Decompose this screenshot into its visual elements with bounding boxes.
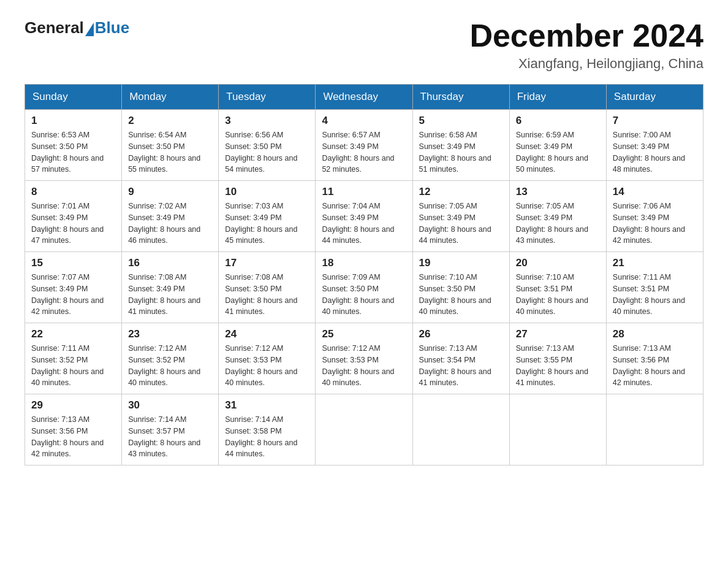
- day-info: Sunrise: 7:14 AM Sunset: 3:57 PM Dayligh…: [128, 414, 212, 460]
- calendar-day-cell: 13 Sunrise: 7:05 AM Sunset: 3:49 PM Dayl…: [509, 181, 606, 252]
- day-number: 4: [322, 115, 406, 127]
- calendar-day-cell: 24 Sunrise: 7:12 AM Sunset: 3:53 PM Dayl…: [219, 323, 316, 394]
- calendar-table: Sunday Monday Tuesday Wednesday Thursday…: [25, 84, 703, 465]
- calendar-day-cell: 1 Sunrise: 6:53 AM Sunset: 3:50 PM Dayli…: [25, 110, 122, 181]
- calendar-day-cell: 5 Sunrise: 6:58 AM Sunset: 3:49 PM Dayli…: [412, 110, 509, 181]
- day-info: Sunrise: 7:08 AM Sunset: 3:50 PM Dayligh…: [225, 272, 309, 318]
- day-number: 2: [128, 115, 212, 127]
- day-info: Sunrise: 6:57 AM Sunset: 3:49 PM Dayligh…: [322, 129, 406, 175]
- day-info: Sunrise: 7:00 AM Sunset: 3:49 PM Dayligh…: [613, 129, 697, 175]
- day-info: Sunrise: 7:07 AM Sunset: 3:49 PM Dayligh…: [31, 272, 115, 318]
- day-number: 31: [225, 399, 309, 412]
- calendar-day-cell: 7 Sunrise: 7:00 AM Sunset: 3:49 PM Dayli…: [606, 110, 703, 181]
- header-monday: Monday: [122, 85, 219, 110]
- calendar-day-cell: 14 Sunrise: 7:06 AM Sunset: 3:49 PM Dayl…: [606, 181, 703, 252]
- calendar-day-cell: 27 Sunrise: 7:13 AM Sunset: 3:55 PM Dayl…: [509, 323, 606, 394]
- day-number: 8: [31, 186, 115, 198]
- day-info: Sunrise: 7:08 AM Sunset: 3:49 PM Dayligh…: [128, 272, 212, 318]
- calendar-day-cell: 30 Sunrise: 7:14 AM Sunset: 3:57 PM Dayl…: [122, 394, 219, 465]
- calendar-day-cell: 16 Sunrise: 7:08 AM Sunset: 3:49 PM Dayl…: [122, 252, 219, 323]
- day-number: 29: [31, 399, 115, 412]
- day-info: Sunrise: 6:58 AM Sunset: 3:49 PM Dayligh…: [419, 129, 503, 175]
- calendar-day-cell: 3 Sunrise: 6:56 AM Sunset: 3:50 PM Dayli…: [219, 110, 316, 181]
- header-thursday: Thursday: [412, 85, 509, 110]
- day-number: 12: [419, 186, 503, 198]
- calendar-day-cell: 15 Sunrise: 7:07 AM Sunset: 3:49 PM Dayl…: [25, 252, 122, 323]
- day-number: 3: [225, 115, 309, 127]
- header-sunday: Sunday: [25, 85, 122, 110]
- calendar-day-cell: [412, 394, 509, 465]
- calendar-day-cell: 10 Sunrise: 7:03 AM Sunset: 3:49 PM Dayl…: [219, 181, 316, 252]
- location-subtitle: Xiangfang, Heilongjiang, China: [469, 56, 703, 72]
- calendar-day-cell: 11 Sunrise: 7:04 AM Sunset: 3:49 PM Dayl…: [316, 181, 412, 252]
- calendar-day-cell: 21 Sunrise: 7:11 AM Sunset: 3:51 PM Dayl…: [606, 252, 703, 323]
- calendar-day-cell: 12 Sunrise: 7:05 AM Sunset: 3:49 PM Dayl…: [412, 181, 509, 252]
- day-number: 7: [613, 115, 697, 127]
- calendar-day-cell: 4 Sunrise: 6:57 AM Sunset: 3:49 PM Dayli…: [316, 110, 412, 181]
- calendar-day-cell: 20 Sunrise: 7:10 AM Sunset: 3:51 PM Dayl…: [509, 252, 606, 323]
- logo-blue-text: Blue: [95, 18, 129, 37]
- logo: General Blue: [25, 18, 129, 37]
- day-number: 21: [613, 257, 697, 269]
- day-number: 25: [322, 328, 406, 340]
- day-info: Sunrise: 7:10 AM Sunset: 3:50 PM Dayligh…: [419, 272, 503, 318]
- title-area: December 2024 Xiangfang, Heilongjiang, C…: [469, 18, 703, 72]
- day-number: 26: [419, 328, 503, 340]
- day-info: Sunrise: 7:13 AM Sunset: 3:55 PM Dayligh…: [516, 343, 600, 389]
- day-info: Sunrise: 7:11 AM Sunset: 3:51 PM Dayligh…: [613, 272, 697, 318]
- day-info: Sunrise: 7:05 AM Sunset: 3:49 PM Dayligh…: [419, 201, 503, 247]
- calendar-day-cell: 19 Sunrise: 7:10 AM Sunset: 3:50 PM Dayl…: [412, 252, 509, 323]
- header-tuesday: Tuesday: [219, 85, 316, 110]
- calendar-day-cell: 22 Sunrise: 7:11 AM Sunset: 3:52 PM Dayl…: [25, 323, 122, 394]
- page-header: General Blue December 2024 Xiangfang, He…: [25, 18, 703, 72]
- day-info: Sunrise: 7:05 AM Sunset: 3:49 PM Dayligh…: [516, 201, 600, 247]
- calendar-week-row: 8 Sunrise: 7:01 AM Sunset: 3:49 PM Dayli…: [25, 181, 703, 252]
- day-number: 5: [419, 115, 503, 127]
- day-info: Sunrise: 7:12 AM Sunset: 3:53 PM Dayligh…: [322, 343, 406, 389]
- day-info: Sunrise: 6:56 AM Sunset: 3:50 PM Dayligh…: [225, 129, 309, 175]
- calendar-day-cell: [316, 394, 412, 465]
- day-number: 14: [613, 186, 697, 198]
- day-number: 24: [225, 328, 309, 340]
- calendar-day-cell: 17 Sunrise: 7:08 AM Sunset: 3:50 PM Dayl…: [219, 252, 316, 323]
- day-number: 22: [31, 328, 115, 340]
- calendar-day-cell: 29 Sunrise: 7:13 AM Sunset: 3:56 PM Dayl…: [25, 394, 122, 465]
- calendar-day-cell: 28 Sunrise: 7:13 AM Sunset: 3:56 PM Dayl…: [606, 323, 703, 394]
- calendar-day-cell: 25 Sunrise: 7:12 AM Sunset: 3:53 PM Dayl…: [316, 323, 412, 394]
- calendar-day-cell: 18 Sunrise: 7:09 AM Sunset: 3:50 PM Dayl…: [316, 252, 412, 323]
- header-friday: Friday: [509, 85, 606, 110]
- day-number: 23: [128, 328, 212, 340]
- day-info: Sunrise: 6:59 AM Sunset: 3:49 PM Dayligh…: [516, 129, 600, 175]
- calendar-day-cell: 2 Sunrise: 6:54 AM Sunset: 3:50 PM Dayli…: [122, 110, 219, 181]
- day-info: Sunrise: 7:13 AM Sunset: 3:56 PM Dayligh…: [31, 414, 115, 460]
- header-saturday: Saturday: [606, 85, 703, 110]
- day-info: Sunrise: 7:14 AM Sunset: 3:58 PM Dayligh…: [225, 414, 309, 460]
- calendar-week-row: 29 Sunrise: 7:13 AM Sunset: 3:56 PM Dayl…: [25, 394, 703, 465]
- day-number: 27: [516, 328, 600, 340]
- day-info: Sunrise: 7:04 AM Sunset: 3:49 PM Dayligh…: [322, 201, 406, 247]
- calendar-week-row: 1 Sunrise: 6:53 AM Sunset: 3:50 PM Dayli…: [25, 110, 703, 181]
- day-number: 10: [225, 186, 309, 198]
- calendar-day-cell: 31 Sunrise: 7:14 AM Sunset: 3:58 PM Dayl…: [219, 394, 316, 465]
- calendar-day-cell: 8 Sunrise: 7:01 AM Sunset: 3:49 PM Dayli…: [25, 181, 122, 252]
- day-number: 18: [322, 257, 406, 269]
- calendar-day-cell: 9 Sunrise: 7:02 AM Sunset: 3:49 PM Dayli…: [122, 181, 219, 252]
- day-info: Sunrise: 7:09 AM Sunset: 3:50 PM Dayligh…: [322, 272, 406, 318]
- day-number: 28: [613, 328, 697, 340]
- day-info: Sunrise: 6:54 AM Sunset: 3:50 PM Dayligh…: [128, 129, 212, 175]
- calendar-day-cell: 23 Sunrise: 7:12 AM Sunset: 3:52 PM Dayl…: [122, 323, 219, 394]
- day-number: 20: [516, 257, 600, 269]
- logo-general-text: General: [25, 18, 84, 37]
- calendar-day-cell: [509, 394, 606, 465]
- day-number: 9: [128, 186, 212, 198]
- calendar-day-cell: [606, 394, 703, 465]
- calendar-day-cell: 26 Sunrise: 7:13 AM Sunset: 3:54 PM Dayl…: [412, 323, 509, 394]
- day-info: Sunrise: 7:12 AM Sunset: 3:52 PM Dayligh…: [128, 343, 212, 389]
- day-number: 1: [31, 115, 115, 127]
- day-number: 11: [322, 186, 406, 198]
- calendar-week-row: 15 Sunrise: 7:07 AM Sunset: 3:49 PM Dayl…: [25, 252, 703, 323]
- logo-triangle-icon: [85, 23, 94, 36]
- day-number: 17: [225, 257, 309, 269]
- day-number: 16: [128, 257, 212, 269]
- day-info: Sunrise: 6:53 AM Sunset: 3:50 PM Dayligh…: [31, 129, 115, 175]
